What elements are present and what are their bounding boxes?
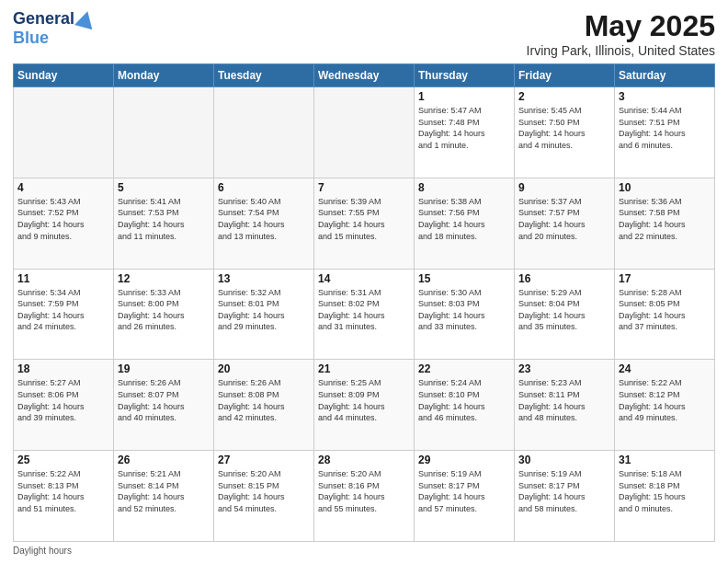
- day-info: Sunrise: 5:18 AM Sunset: 8:18 PM Dayligh…: [619, 468, 711, 514]
- footer-note: Daylight hours: [13, 546, 715, 556]
- calendar-day-cell: 8Sunrise: 5:38 AM Sunset: 7:56 PM Daylig…: [415, 178, 515, 269]
- calendar-day-cell: 24Sunrise: 5:22 AM Sunset: 8:12 PM Dayli…: [615, 360, 715, 451]
- calendar-day-cell: 15Sunrise: 5:30 AM Sunset: 8:03 PM Dayli…: [415, 269, 515, 360]
- calendar-day-cell: 26Sunrise: 5:21 AM Sunset: 8:14 PM Dayli…: [114, 451, 214, 542]
- calendar-day-cell: 29Sunrise: 5:19 AM Sunset: 8:17 PM Dayli…: [415, 451, 515, 542]
- day-info: Sunrise: 5:39 AM Sunset: 7:55 PM Dayligh…: [318, 196, 410, 242]
- calendar-weekday-header: Friday: [515, 64, 615, 87]
- logo-triangle-icon: [74, 8, 97, 29]
- day-number: 28: [318, 454, 410, 466]
- calendar-day-cell: [214, 87, 314, 178]
- day-number: 1: [418, 90, 510, 103]
- day-info: Sunrise: 5:38 AM Sunset: 7:56 PM Dayligh…: [418, 196, 510, 242]
- calendar-weekday-header: Sunday: [14, 64, 114, 87]
- day-number: 6: [218, 181, 310, 194]
- calendar-day-cell: 23Sunrise: 5:23 AM Sunset: 8:11 PM Dayli…: [515, 360, 615, 451]
- calendar-day-cell: 9Sunrise: 5:37 AM Sunset: 7:57 PM Daylig…: [515, 178, 615, 269]
- day-info: Sunrise: 5:32 AM Sunset: 8:01 PM Dayligh…: [218, 287, 310, 333]
- header: General Blue May 2025 Irving Park, Illin…: [13, 9, 715, 58]
- page: General Blue May 2025 Irving Park, Illin…: [0, 0, 728, 563]
- day-info: Sunrise: 5:25 AM Sunset: 8:09 PM Dayligh…: [318, 377, 410, 423]
- day-number: 30: [518, 454, 610, 466]
- main-title: May 2025: [527, 9, 715, 43]
- calendar-week-row: 25Sunrise: 5:22 AM Sunset: 8:13 PM Dayli…: [14, 451, 715, 542]
- day-number: 27: [218, 454, 310, 466]
- calendar-day-cell: 20Sunrise: 5:26 AM Sunset: 8:08 PM Dayli…: [214, 360, 314, 451]
- day-info: Sunrise: 5:27 AM Sunset: 8:06 PM Dayligh…: [17, 377, 109, 423]
- day-number: 4: [17, 181, 109, 194]
- day-info: Sunrise: 5:21 AM Sunset: 8:14 PM Dayligh…: [118, 468, 210, 514]
- calendar-weekday-header: Tuesday: [214, 64, 314, 87]
- day-info: Sunrise: 5:20 AM Sunset: 8:16 PM Dayligh…: [318, 468, 410, 514]
- subtitle: Irving Park, Illinois, United States: [527, 43, 715, 58]
- calendar-day-cell: 13Sunrise: 5:32 AM Sunset: 8:01 PM Dayli…: [214, 269, 314, 360]
- calendar-day-cell: 11Sunrise: 5:34 AM Sunset: 7:59 PM Dayli…: [14, 269, 114, 360]
- day-number: 16: [518, 272, 610, 285]
- calendar-day-cell: 28Sunrise: 5:20 AM Sunset: 8:16 PM Dayli…: [314, 451, 415, 542]
- day-number: 11: [17, 272, 109, 285]
- day-info: Sunrise: 5:47 AM Sunset: 7:48 PM Dayligh…: [418, 105, 510, 151]
- calendar-day-cell: 4Sunrise: 5:43 AM Sunset: 7:52 PM Daylig…: [14, 178, 114, 269]
- day-number: 20: [218, 362, 310, 375]
- day-info: Sunrise: 5:31 AM Sunset: 8:02 PM Dayligh…: [318, 287, 410, 333]
- calendar-day-cell: 16Sunrise: 5:29 AM Sunset: 8:04 PM Dayli…: [515, 269, 615, 360]
- calendar-day-cell: 5Sunrise: 5:41 AM Sunset: 7:53 PM Daylig…: [114, 178, 214, 269]
- day-number: 25: [17, 454, 109, 466]
- calendar-day-cell: 30Sunrise: 5:19 AM Sunset: 8:17 PM Dayli…: [515, 451, 615, 542]
- day-number: 10: [619, 181, 711, 194]
- day-number: 22: [418, 362, 510, 375]
- day-number: 21: [318, 362, 410, 375]
- calendar-day-cell: [14, 87, 114, 178]
- day-info: Sunrise: 5:22 AM Sunset: 8:13 PM Dayligh…: [17, 468, 109, 514]
- day-info: Sunrise: 5:40 AM Sunset: 7:54 PM Dayligh…: [218, 196, 310, 242]
- calendar-weekday-header: Wednesday: [314, 64, 415, 87]
- day-info: Sunrise: 5:30 AM Sunset: 8:03 PM Dayligh…: [418, 287, 510, 333]
- day-info: Sunrise: 5:29 AM Sunset: 8:04 PM Dayligh…: [518, 287, 610, 333]
- logo-blue: Blue: [13, 29, 49, 48]
- calendar-day-cell: 6Sunrise: 5:40 AM Sunset: 7:54 PM Daylig…: [214, 178, 314, 269]
- logo: General Blue: [13, 9, 95, 48]
- day-number: 26: [118, 454, 210, 466]
- day-number: 9: [518, 181, 610, 194]
- calendar-day-cell: 14Sunrise: 5:31 AM Sunset: 8:02 PM Dayli…: [314, 269, 415, 360]
- day-info: Sunrise: 5:41 AM Sunset: 7:53 PM Dayligh…: [118, 196, 210, 242]
- day-info: Sunrise: 5:26 AM Sunset: 8:08 PM Dayligh…: [218, 377, 310, 423]
- day-info: Sunrise: 5:37 AM Sunset: 7:57 PM Dayligh…: [518, 196, 610, 242]
- day-number: 12: [118, 272, 210, 285]
- calendar-week-row: 18Sunrise: 5:27 AM Sunset: 8:06 PM Dayli…: [14, 360, 715, 451]
- day-info: Sunrise: 5:23 AM Sunset: 8:11 PM Dayligh…: [518, 377, 610, 423]
- calendar-day-cell: 18Sunrise: 5:27 AM Sunset: 8:06 PM Dayli…: [14, 360, 114, 451]
- day-info: Sunrise: 5:22 AM Sunset: 8:12 PM Dayligh…: [619, 377, 711, 423]
- calendar-day-cell: 1Sunrise: 5:47 AM Sunset: 7:48 PM Daylig…: [415, 87, 515, 178]
- calendar-day-cell: 3Sunrise: 5:44 AM Sunset: 7:51 PM Daylig…: [615, 87, 715, 178]
- calendar-day-cell: 10Sunrise: 5:36 AM Sunset: 7:58 PM Dayli…: [615, 178, 715, 269]
- day-info: Sunrise: 5:19 AM Sunset: 8:17 PM Dayligh…: [418, 468, 510, 514]
- calendar-day-cell: [314, 87, 415, 178]
- calendar-day-cell: 19Sunrise: 5:26 AM Sunset: 8:07 PM Dayli…: [114, 360, 214, 451]
- day-info: Sunrise: 5:20 AM Sunset: 8:15 PM Dayligh…: [218, 468, 310, 514]
- calendar-weekday-header: Monday: [114, 64, 214, 87]
- calendar-day-cell: 31Sunrise: 5:18 AM Sunset: 8:18 PM Dayli…: [615, 451, 715, 542]
- day-number: 31: [619, 454, 711, 466]
- calendar-day-cell: [114, 87, 214, 178]
- day-number: 19: [118, 362, 210, 375]
- logo-general: General: [13, 9, 74, 29]
- day-number: 3: [619, 90, 711, 103]
- calendar-day-cell: 25Sunrise: 5:22 AM Sunset: 8:13 PM Dayli…: [14, 451, 114, 542]
- day-number: 29: [418, 454, 510, 466]
- day-number: 2: [518, 90, 610, 103]
- calendar-day-cell: 27Sunrise: 5:20 AM Sunset: 8:15 PM Dayli…: [214, 451, 314, 542]
- day-number: 17: [619, 272, 711, 285]
- calendar-day-cell: 12Sunrise: 5:33 AM Sunset: 8:00 PM Dayli…: [114, 269, 214, 360]
- day-info: Sunrise: 5:28 AM Sunset: 8:05 PM Dayligh…: [619, 287, 711, 333]
- day-number: 14: [318, 272, 410, 285]
- calendar-day-cell: 21Sunrise: 5:25 AM Sunset: 8:09 PM Dayli…: [314, 360, 415, 451]
- day-info: Sunrise: 5:36 AM Sunset: 7:58 PM Dayligh…: [619, 196, 711, 242]
- calendar-day-cell: 2Sunrise: 5:45 AM Sunset: 7:50 PM Daylig…: [515, 87, 615, 178]
- calendar-weekday-header: Saturday: [615, 64, 715, 87]
- calendar-week-row: 4Sunrise: 5:43 AM Sunset: 7:52 PM Daylig…: [14, 178, 715, 269]
- calendar-week-row: 1Sunrise: 5:47 AM Sunset: 7:48 PM Daylig…: [14, 87, 715, 178]
- day-number: 15: [418, 272, 510, 285]
- calendar-day-cell: 17Sunrise: 5:28 AM Sunset: 8:05 PM Dayli…: [615, 269, 715, 360]
- day-number: 13: [218, 272, 310, 285]
